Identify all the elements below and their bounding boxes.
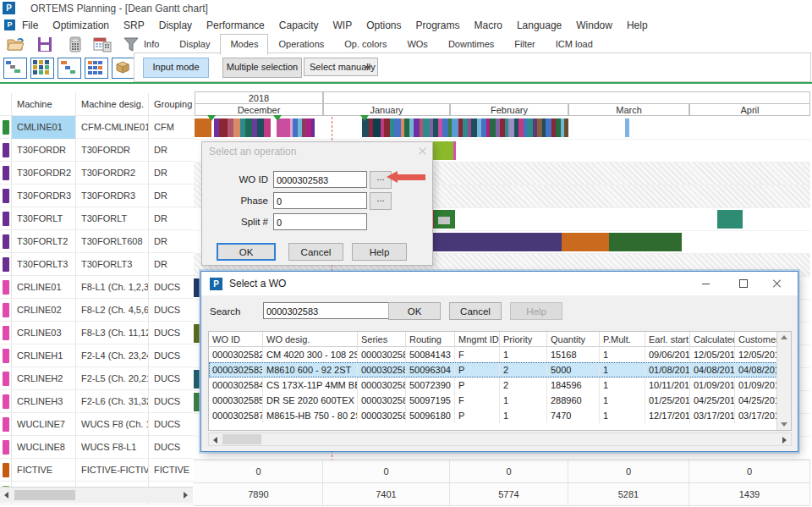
phase-input[interactable]: [273, 192, 367, 209]
cancel-button[interactable]: Cancel: [449, 302, 502, 320]
menu-window[interactable]: Window: [576, 19, 612, 31]
diagonal-gantt-icon[interactable]: [3, 58, 27, 79]
scroll-left-icon[interactable]: [4, 492, 8, 499]
search-input[interactable]: [263, 302, 391, 319]
machine-row-t30forlt[interactable]: T30FORLTT30FORLTDR: [0, 207, 194, 230]
machine-row-crline02[interactable]: CRLINE02F8-L2 (Ch. 4,5,6,16DUCS: [0, 299, 194, 322]
gantt-bar[interactable]: [311, 118, 315, 137]
maximize-icon[interactable]: [727, 272, 760, 295]
machine-row-wucline7[interactable]: WUCLINE7WUCS F8 (Ch. 16)DUCS: [0, 413, 194, 436]
gantt-bar[interactable]: [194, 278, 200, 297]
gantt-bar[interactable]: [394, 118, 401, 137]
gantt-bar[interactable]: [219, 118, 228, 137]
gantt-bar[interactable]: [277, 118, 290, 137]
gantt-bar[interactable]: [423, 233, 562, 251]
gantt-bar[interactable]: [527, 118, 533, 137]
gantt-bar[interactable]: [609, 233, 682, 251]
close-icon[interactable]: [417, 146, 428, 157]
gantt-bar[interactable]: [373, 118, 381, 137]
machine-row-t30fordr[interactable]: T30FORDRT30FORDRDR: [0, 139, 194, 162]
menu-capacity[interactable]: Capacity: [279, 19, 319, 31]
crosstab-icon[interactable]: [30, 58, 54, 79]
select-manually-dropdown[interactable]: Select manually: [304, 58, 378, 76]
scroll-right-icon[interactable]: [184, 492, 188, 499]
tab-downtimes[interactable]: Downtimes: [438, 36, 504, 55]
stock-box-icon[interactable]: [112, 58, 135, 79]
gantt-bar[interactable]: [194, 324, 200, 343]
machine-row-cmline01[interactable]: CMLINE01CFM-CMLINE01CFM: [0, 116, 194, 139]
machine-table-hscrollbar[interactable]: [0, 487, 193, 503]
wo-id-input[interactable]: [273, 171, 367, 188]
tab-icm-load[interactable]: ICM load: [546, 36, 603, 55]
gantt-bar[interactable]: [228, 118, 233, 137]
menu-optimization[interactable]: Optimization: [52, 19, 109, 31]
menu-language[interactable]: Language: [517, 19, 562, 31]
close-icon[interactable]: [760, 272, 794, 295]
ok-button[interactable]: OK: [388, 302, 441, 320]
menu-wip[interactable]: WIP: [332, 19, 352, 31]
machine-row-crline01[interactable]: CRLINE01F8-L1 (Ch. 1,2,3)DUCS: [0, 276, 194, 299]
wo-row-0000302587[interactable]: 0000302587M8615-HB 750 - 80 2S0000302585…: [209, 408, 791, 423]
scroll-left-icon[interactable]: [213, 437, 217, 444]
planning-calendar-icon[interactable]: [91, 36, 113, 54]
tab-info[interactable]: Info: [134, 36, 169, 55]
gantt-bar[interactable]: [233, 118, 240, 137]
machine-row-t30forlt2[interactable]: T30FORLT2T30FORLT608DR: [0, 230, 194, 253]
input-mode-button[interactable]: Input mode: [143, 58, 209, 78]
menu-performance[interactable]: Performance: [206, 19, 265, 31]
help-button[interactable]: Help: [352, 243, 407, 261]
scroll-down-icon[interactable]: [781, 422, 787, 427]
grid-icon[interactable]: [85, 58, 108, 79]
wo-row-0000302584[interactable]: 0000302584CS 173X-11P 4MM BB000030258500…: [209, 377, 791, 393]
ok-button[interactable]: OK: [217, 243, 276, 261]
scroll-right-icon[interactable]: [782, 437, 787, 444]
gantt-bar[interactable]: [625, 118, 629, 137]
phase-browse-button[interactable]: ...: [370, 192, 392, 210]
wo-row-0000302582[interactable]: 0000302582CM 4020 300 - 108 2ST000030258…: [209, 347, 791, 362]
machine-row-fictive[interactable]: FICTIVEFICTIVE-FICTIVEFICTIVE: [0, 459, 194, 482]
gantt-bar[interactable]: [452, 118, 458, 137]
tab-op-colors[interactable]: Op. colors: [334, 36, 397, 55]
menu-options[interactable]: Options: [366, 19, 401, 31]
gantt-bar[interactable]: [194, 370, 200, 389]
menu-macro[interactable]: Macro: [475, 19, 502, 31]
tab-filter[interactable]: Filter: [504, 36, 545, 55]
gantt-bar[interactable]: [562, 233, 609, 251]
split-input[interactable]: [273, 213, 367, 230]
gantt-bar[interactable]: [453, 141, 456, 160]
machine-row-crlineh1[interactable]: CRLINEH1F2-L4 (Ch. 23,24,3DUCS: [0, 344, 194, 367]
gantt-bar[interactable]: [195, 118, 211, 137]
tab-modes[interactable]: Modes: [220, 34, 268, 55]
scrollbar-thumb[interactable]: [14, 490, 75, 500]
gantt-bar[interactable]: [414, 118, 420, 137]
tab-display[interactable]: Display: [169, 36, 220, 55]
gantt-bar[interactable]: [546, 118, 551, 137]
gantt-bar[interactable]: [442, 118, 448, 137]
minimize-icon[interactable]: [689, 272, 723, 295]
calculator-icon[interactable]: [64, 36, 86, 54]
menu-help[interactable]: Help: [627, 19, 648, 31]
machine-row-crlineh3[interactable]: CRLINEH3F2-L6 (Ch. 31,32,3DUCS: [0, 390, 194, 413]
wo-row-0000302585[interactable]: 0000302585DR SE 2020 600TEX C-0000302585…: [209, 393, 791, 408]
gantt-bar[interactable]: [564, 118, 568, 137]
gantt-bar[interactable]: [438, 217, 450, 224]
machine-row-t30fordr2[interactable]: T30FORDR2T30FORDR2DR: [0, 162, 194, 185]
gantt-bar[interactable]: [257, 118, 264, 137]
cancel-button[interactable]: Cancel: [288, 243, 343, 261]
gantt-bar[interactable]: [194, 393, 200, 411]
block-gantt-icon[interactable]: [58, 58, 81, 79]
wo-row-0000302583[interactable]: 0000302583M8610 600 - 92 2ST000030258500…: [209, 362, 791, 377]
tab-operations[interactable]: Operations: [268, 36, 334, 55]
gantt-bar[interactable]: [471, 118, 477, 137]
tab-wos[interactable]: WOs: [397, 36, 437, 55]
save-icon[interactable]: [34, 36, 56, 54]
machine-row-crlineh2[interactable]: CRLINEH2F2-L5 (Ch. 20,21,2DUCS: [0, 367, 194, 390]
gantt-bar[interactable]: [431, 141, 453, 160]
multiple-selection-button[interactable]: Multiple selection: [222, 58, 302, 78]
menu-file[interactable]: File: [22, 19, 38, 31]
machine-row-crline03[interactable]: CRLINE03F8-L3 (Ch. 11,12,1DUCS: [0, 322, 194, 344]
scrollbar-thumb[interactable]: [222, 434, 261, 444]
gantt-bar[interactable]: [362, 118, 369, 137]
gantt-bar[interactable]: [717, 210, 743, 229]
gantt-bar[interactable]: [264, 118, 271, 137]
